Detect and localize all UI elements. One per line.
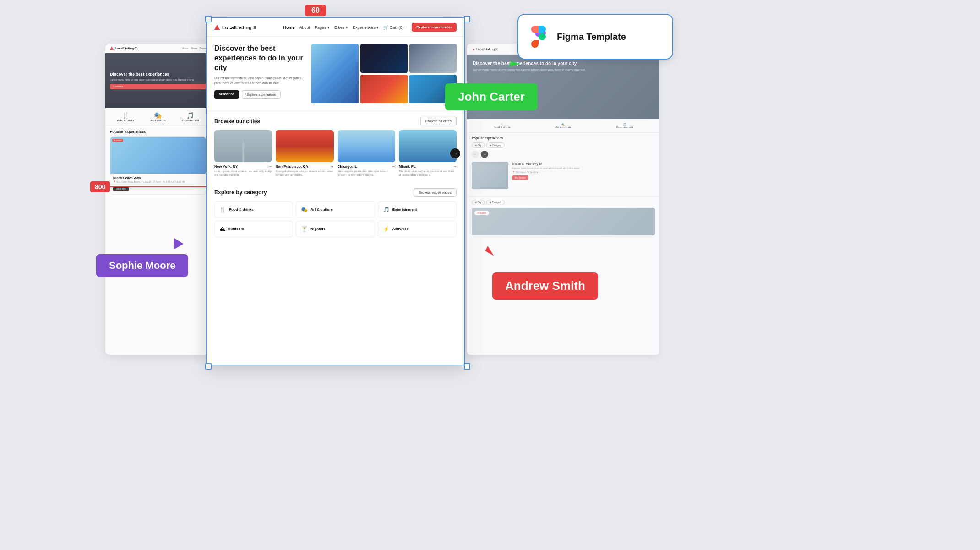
rbp-prev-btn[interactable]: ←	[472, 151, 479, 158]
john-badge: John Carter	[445, 83, 538, 110]
city-desc-miami: Tincidunt turpis sed arcu placerat ut se…	[399, 169, 457, 177]
selection-handle-bl	[205, 363, 212, 370]
nav-home[interactable]: Home	[283, 25, 295, 30]
main-hero-text: Discover the best experiences to do in y…	[214, 44, 306, 103]
hero-img-aerial	[311, 44, 359, 103]
cat-act-icon: ⚡	[383, 226, 390, 232]
city-img-miami	[399, 130, 457, 162]
city-name-ny: New York, NY →	[214, 164, 272, 169]
city-img-sf	[276, 130, 333, 162]
rbp-exp-info: Natural History M Egestas lorem ipsum do…	[512, 162, 580, 189]
left-cats: 🍴 Food & drinks 🎭 Art & culture 🎵 Entert…	[105, 108, 211, 126]
activities-label: Activities	[477, 212, 486, 214]
left-cat-food-label: Food & drinks	[117, 119, 134, 122]
left-pop-card-title: Miami Beach Walk	[113, 176, 203, 180]
main-nav-links: Home About Pages ▾ Cities ▾ Experiences …	[283, 23, 457, 32]
rbp-cat-food: 🍴Food & drinks	[493, 123, 510, 129]
main-hero-desc: Dui vet mattis morbi sit urna sapen puru…	[214, 76, 306, 86]
city-arrow-ny: →	[268, 164, 272, 169]
city-name-sf: San Francisco, CA →	[276, 164, 333, 169]
cat-art-label: Art & culture	[310, 207, 332, 212]
city-arrow-miami: →	[453, 164, 457, 169]
left-preview-panel: LocalListing X Home About Pages Discover…	[105, 44, 211, 355]
categories-header: Explore by category Browse experiences	[214, 188, 457, 197]
city-arrow-chi: →	[392, 164, 395, 169]
rbp-cat-ent: 🎵Entertainment	[616, 123, 633, 129]
left-popular-title: Popular experiences	[110, 130, 206, 134]
city-desc-sf: Eros pellentesque volutpat viverra ac no…	[276, 169, 333, 177]
categories-browse-btn[interactable]: Browse experiences	[414, 188, 457, 197]
main-logo: LocalListing X	[214, 25, 256, 30]
main-hero-title: Discover the best experiences to do in y…	[214, 44, 306, 72]
left-cat-ent: 🎵 Entertainment	[182, 112, 199, 122]
measure-line	[101, 186, 211, 187]
rbp-s2-filter-cat[interactable]: ⊕ Category	[486, 200, 505, 205]
figma-logo-icon	[528, 26, 550, 48]
left-cat-art-label: Art & culture	[150, 119, 165, 122]
rbp-hero-desc: Dui vet mattis morbi sit urna sapen puru…	[473, 68, 654, 71]
rbp-exp-desc: Egestas lorem ipsum dolor sit amet adipi…	[512, 167, 580, 169]
cat-night-label: Nightlife	[310, 227, 325, 231]
hero-explore-btn[interactable]: Explore experiences	[242, 90, 281, 99]
cities-title: Browse our cities	[214, 118, 260, 125]
rbp-exp-title: Natural History M	[512, 162, 580, 166]
left-preview-nav: LocalListing X Home About Pages	[105, 44, 211, 53]
left-nav-links: Home About Pages	[182, 47, 206, 49]
left-cat-art: 🎭 Art & culture	[150, 112, 165, 122]
nav-experiences[interactable]: Experiences ▾	[353, 25, 379, 30]
sixty-badge: 60	[305, 5, 326, 16]
measure-badge: 800	[90, 181, 110, 192]
city-next-btn[interactable]: →	[450, 148, 460, 158]
activities-badge: Activities	[474, 211, 489, 215]
categories-title: Explore by category	[214, 189, 267, 196]
selection-handle-tr	[464, 16, 470, 22]
left-section: Popular experiences Activities Miami Bea…	[105, 126, 211, 202]
cat-outdoors-icon: ⛰	[219, 226, 225, 232]
sophie-badge: Sophie Moore	[96, 254, 188, 277]
nav-about[interactable]: About	[299, 25, 310, 30]
main-explore-btn[interactable]: Explore experiences	[412, 23, 457, 32]
rbp-buy-btn[interactable]: Buy tickets	[512, 175, 528, 180]
cities-browse-btn[interactable]: Browse all cities	[420, 117, 457, 125]
andrew-badge: Andrew Smith	[492, 272, 598, 300]
rbp-next-btn[interactable]: →	[481, 151, 488, 158]
city-card-ny: New York, NY → Lorem ipsum dolor sit ame…	[214, 130, 272, 177]
hero-subscribe-btn[interactable]: Subscribe	[214, 90, 239, 99]
city-card-chi: Chicago, IL → Nunc sagittis quis lectus …	[338, 130, 395, 177]
left-cat-ent-label: Entertainment	[182, 119, 199, 122]
city-name-chi: Chicago, IL →	[338, 164, 395, 169]
statue-silhouette	[239, 139, 248, 162]
rbp-logo: ▲ LocalListing X	[472, 48, 498, 51]
left-pop-info: Miami Beach Walk 📍 873 Fulton Road Miami…	[110, 174, 206, 194]
nav-pages[interactable]: Pages ▾	[315, 25, 330, 30]
left-logo-triangle	[110, 46, 114, 50]
main-nav: LocalListing X Home About Pages ▾ Cities…	[207, 18, 464, 37]
left-pop-img: Activities	[110, 137, 206, 174]
hero-img-bridge	[360, 75, 408, 103]
rbp-section: Popular experiences ⊕ City ⊕ Category ← …	[467, 133, 659, 196]
nav-cities[interactable]: Cities ▾	[334, 25, 348, 30]
figma-title: Figma Template	[557, 32, 626, 42]
rbp-exp-img	[472, 162, 508, 189]
rbp-logo-text: LocalListing X	[476, 48, 498, 51]
left-pop-addr: 📍 873 Fulton Road Miami, FL 33133 🕐 Mon …	[113, 180, 203, 183]
hero-img-buildings	[409, 44, 457, 73]
city-img-ny	[214, 130, 272, 162]
cat-ent-icon: 🎵	[383, 207, 390, 213]
city-desc-chi: Nunc sagittis quis lectus in tempus lore…	[338, 169, 395, 177]
rbp-cat-art: 🎭Art & culture	[555, 123, 571, 129]
rbp-filter-2[interactable]: ⊕ Category	[486, 142, 505, 148]
left-pop-badge: Activities	[112, 139, 123, 142]
cat-food-label: Food & drinks	[229, 207, 254, 212]
rbp-filter-1[interactable]: ⊕ City	[472, 142, 485, 148]
city-card-sf: San Francisco, CA → Eros pellentesque vo…	[276, 130, 333, 177]
rbp-s2-filter-city[interactable]: ⊕ City	[472, 200, 485, 205]
rbp-section2-filters: ⊕ City ⊕ Category	[472, 200, 655, 205]
nav-cart[interactable]: 🛒 Cart (0)	[383, 25, 403, 30]
main-logo-triangle	[214, 25, 220, 30]
city-desc-ny: Lorem ipsum dolor sit amet, consect adip…	[214, 169, 272, 177]
rbp-section-header: Popular experiences	[472, 136, 655, 140]
left-hero-desc: Dui vet mattis morbi sit urna sapen puru…	[110, 78, 206, 81]
rbp-popular-title: Popular experiences	[472, 136, 503, 140]
categories-grid: 🍴 Food & drinks 🎭 Art & culture 🎵 Entert…	[214, 201, 457, 237]
